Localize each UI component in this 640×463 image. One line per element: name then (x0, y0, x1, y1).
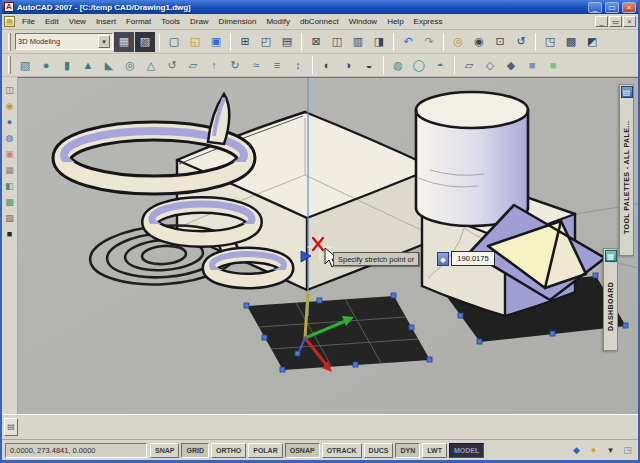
render-window-button[interactable]: ■ (3, 227, 17, 241)
sweep-button[interactable]: ≈ (246, 55, 266, 75)
minimize-button[interactable]: _ (588, 2, 602, 13)
dashboard-icon[interactable]: ▦ (605, 250, 617, 262)
toggle-polar[interactable]: POLAR (248, 443, 283, 458)
wedge-tool-button[interactable]: ◣ (99, 55, 119, 75)
toggle-lwt[interactable]: LWT (422, 443, 447, 458)
render-tool-button[interactable]: ◉ (3, 99, 17, 113)
box-tool-button[interactable]: ▧ (15, 55, 35, 75)
tool-palettes-bar[interactable]: ▤ TOOL PALETTES - ALL PALE... (619, 84, 634, 256)
menu-dimension[interactable]: Dimension (214, 15, 262, 28)
properties-button[interactable]: ◳ (540, 32, 560, 52)
background-tool-button[interactable]: ▩ (3, 195, 17, 209)
menu-tools[interactable]: Tools (156, 15, 185, 28)
pyramid-tool-button[interactable]: △ (141, 55, 161, 75)
advanced-render-settings-button[interactable]: ▨ (3, 211, 17, 225)
torus-tool-button[interactable]: ◎ (120, 55, 140, 75)
sun-properties-button[interactable]: ◍ (3, 131, 17, 145)
publish-button[interactable]: ▤ (277, 32, 297, 52)
copy-button[interactable]: ◫ (327, 32, 347, 52)
doc-close-button[interactable]: × (623, 16, 636, 27)
menu-modify[interactable]: Modify (261, 15, 295, 28)
menu-file[interactable]: File (17, 15, 40, 28)
pan-button[interactable]: ◎ (448, 32, 468, 52)
toggle-grid[interactable]: GRID (181, 443, 209, 458)
toggle-otrack[interactable]: OTRACK (322, 443, 362, 458)
zoom-realtime-button[interactable]: ◉ (469, 32, 489, 52)
command-window-grip[interactable]: ▤ (4, 418, 18, 436)
cylinder-tool-button[interactable]: ▮ (57, 55, 77, 75)
menu-dbconnect[interactable]: dbConnect (295, 15, 344, 28)
menu-draw[interactable]: Draw (185, 15, 214, 28)
close-button[interactable]: × (622, 2, 636, 13)
intersect-button[interactable]: ◒ (359, 55, 379, 75)
model-space-viewport[interactable] (18, 78, 638, 414)
union-button[interactable]: ◐ (317, 55, 337, 75)
menu-edit[interactable]: Edit (40, 15, 64, 28)
workspace-combo[interactable]: 3D Modeling ▾ (15, 33, 113, 50)
sphere-tool-button[interactable]: ● (36, 55, 56, 75)
fog-tool-button[interactable]: ◧ (3, 179, 17, 193)
combo-arrow-icon[interactable]: ▾ (98, 35, 110, 48)
constrained-orbit-button[interactable]: ◍ (388, 55, 408, 75)
menu-format[interactable]: Format (121, 15, 156, 28)
open-button[interactable]: ◱ (185, 32, 205, 52)
menu-help[interactable]: Help (382, 15, 408, 28)
cut-button[interactable]: ⊠ (306, 32, 326, 52)
toolbar-grip[interactable] (8, 33, 11, 51)
cylinder-sketch[interactable] (416, 92, 528, 226)
hide-tool-button[interactable]: ◫ (3, 83, 17, 97)
view-cube-dark-button[interactable]: ▦ (114, 32, 134, 52)
visual-style-3d-hidden-button[interactable]: ◆ (501, 55, 521, 75)
menu-insert[interactable]: Insert (91, 15, 121, 28)
coordinate-readout[interactable]: 0.0000, 273.4841, 0.0000 (5, 443, 147, 458)
mapping-tool-button[interactable]: ▦ (3, 163, 17, 177)
toggle-osnap[interactable]: OSNAP (285, 443, 320, 458)
doc-minimize-button[interactable]: _ (595, 16, 608, 27)
restore-button[interactable]: ▭ (605, 2, 619, 13)
visual-style-realistic-button[interactable]: ■ (522, 55, 542, 75)
planar-surface-button[interactable]: ▱ (183, 55, 203, 75)
materials-tool-button[interactable]: ▣ (3, 147, 17, 161)
toolbar-unlock-icon[interactable]: ◆ (569, 443, 584, 458)
toggle-snap[interactable]: SNAP (150, 443, 179, 458)
lights-tool-button[interactable]: ● (3, 115, 17, 129)
dashboard-bar[interactable]: ▦ DASHBOARD (603, 248, 618, 351)
plot-preview-button[interactable]: ◰ (256, 32, 276, 52)
center-shadow-plane[interactable] (244, 293, 432, 372)
clean-screen-button[interactable]: ◳ (620, 443, 635, 458)
revolve-button[interactable]: ↻ (225, 55, 245, 75)
helix-tool-button[interactable]: ↺ (162, 55, 182, 75)
cone-tool-button[interactable]: ▲ (78, 55, 98, 75)
press-pull-button[interactable]: ↕ (288, 55, 308, 75)
qnew-button[interactable]: ▢ (164, 32, 184, 52)
doc-restore-button[interactable]: ▭ (609, 16, 622, 27)
communication-center-icon[interactable]: ● (586, 443, 601, 458)
extrude-button[interactable]: ↑ (204, 55, 224, 75)
undo-button[interactable]: ↶ (398, 32, 418, 52)
match-properties-button[interactable]: ◨ (369, 32, 389, 52)
zoom-window-button[interactable]: ⊡ (490, 32, 510, 52)
tool-palettes-title[interactable]: TOOL PALETTES - ALL PALE... (623, 100, 630, 254)
title-bar[interactable]: A AutoCAD 2007 - [C:/temp CAD/Drawing1.d… (2, 0, 638, 14)
visual-style-3d-wireframe-button[interactable]: ◇ (480, 55, 500, 75)
menu-express[interactable]: Express (409, 15, 448, 28)
toggle-model[interactable]: MODEL (449, 443, 484, 458)
swivel-button[interactable]: ◓ (430, 55, 450, 75)
save-button[interactable]: ▣ (206, 32, 226, 52)
tray-settings-arrow-icon[interactable]: ▾ (603, 443, 618, 458)
redo-button[interactable]: ↷ (419, 32, 439, 52)
toggle-ortho[interactable]: ORTHO (211, 443, 246, 458)
zoom-previous-button[interactable]: ↺ (511, 32, 531, 52)
visual-style-conceptual-button[interactable]: ■ (543, 55, 563, 75)
toggle-dyn[interactable]: DYN (395, 443, 420, 458)
menu-view[interactable]: View (64, 15, 91, 28)
toggle-ducs[interactable]: DUCS (364, 443, 394, 458)
free-orbit-button[interactable]: ◯ (409, 55, 429, 75)
visual-style-2d-wireframe-button[interactable]: ▱ (459, 55, 479, 75)
loft-button[interactable]: ≡ (267, 55, 287, 75)
tool-palettes-button[interactable]: ◩ (582, 32, 602, 52)
toolbar-grip[interactable] (8, 56, 11, 74)
subtract-button[interactable]: ◑ (338, 55, 358, 75)
dyn-input-value-field[interactable]: 190.0175 (451, 251, 495, 266)
camera-view-dark-button[interactable]: ▨ (135, 32, 155, 52)
